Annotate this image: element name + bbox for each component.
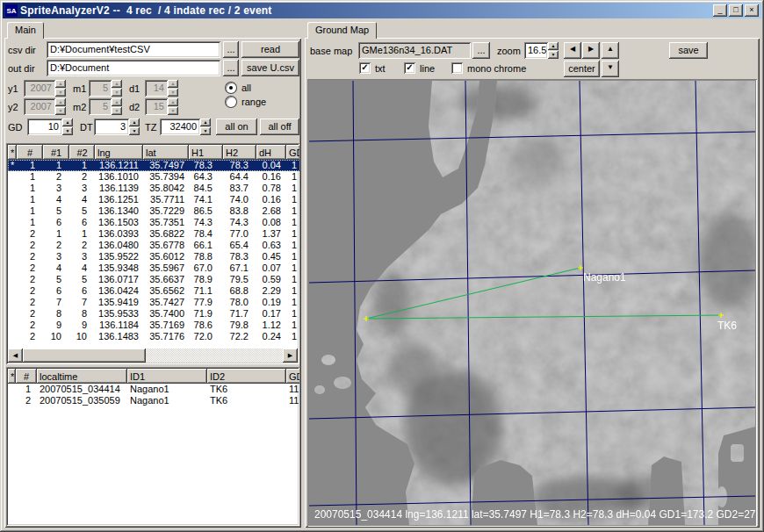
minimize-button[interactable]: _ — [713, 4, 727, 17]
spin-down-button[interactable]: ▼ — [129, 127, 140, 135]
spin-up-button[interactable]: ▲ — [55, 80, 66, 88]
column-header[interactable]: #1 — [43, 145, 69, 160]
column-header[interactable]: # — [16, 369, 37, 384]
spin-down-button[interactable]: ▼ — [112, 107, 122, 115]
spin-up-button[interactable]: ▲ — [200, 119, 211, 126]
spin-down-button[interactable]: ▼ — [55, 89, 66, 97]
read-button[interactable]: read — [241, 41, 299, 58]
record-hscrollbar[interactable]: ◀ ▶ — [8, 349, 298, 363]
column-header[interactable]: # — [17, 145, 43, 160]
spin-up-button[interactable]: ▲ — [62, 119, 73, 126]
gd-spinner[interactable]: ▲▼ — [62, 119, 73, 135]
all-on-button[interactable]: all on — [216, 119, 257, 135]
spin-up-button[interactable]: ▲ — [112, 98, 122, 106]
d2-field[interactable]: 15 — [145, 98, 168, 115]
d1-field[interactable]: 14 — [145, 80, 168, 97]
event-list[interactable]: *#localtimeID1ID2GD 120070515_034414Naga… — [6, 367, 299, 526]
table-row[interactable]: 155136.134035.722986.583.82.681 — [8, 205, 299, 217]
y1-spinner[interactable]: ▲▼ — [55, 80, 66, 97]
table-row[interactable]: 277135.941935.742777.978.00.191 — [8, 297, 299, 308]
base-map-browse-button[interactable]: ... — [472, 42, 490, 59]
close-button[interactable]: × — [745, 4, 759, 17]
scroll-right-icon[interactable]: ▶ — [283, 349, 298, 363]
scroll-thumb[interactable] — [23, 349, 146, 363]
column-header[interactable]: localtime — [37, 369, 127, 384]
column-header[interactable]: lat — [143, 145, 189, 160]
spin-down-button[interactable]: ▼ — [548, 51, 559, 59]
table-row[interactable]: 222136.048035.677866.165.40.631 — [8, 240, 299, 251]
all-off-button[interactable]: all off — [260, 119, 299, 135]
table-row[interactable]: 166136.150335.735174.374.30.081 — [8, 217, 299, 228]
save-ucsv-button[interactable]: save U.csv — [241, 60, 299, 76]
m1-spinner[interactable]: ▲▼ — [112, 80, 122, 97]
table-row[interactable]: 266136.042435.656271.168.82.291 — [8, 285, 299, 297]
column-header[interactable]: lng — [95, 145, 143, 160]
pan-right-icon[interactable]: ▶ — [582, 42, 600, 59]
y2-field[interactable]: 2007 — [24, 98, 55, 115]
spin-up-button[interactable]: ▲ — [129, 119, 140, 126]
csv-dir-input[interactable]: D:¥Document¥testCSV — [47, 41, 220, 58]
pan-down-icon[interactable]: ▼ — [602, 61, 619, 77]
dt-spinner[interactable]: ▲▼ — [129, 119, 140, 135]
table-row[interactable]: 211136.039335.682278.477.01.371 — [8, 228, 299, 240]
radio-range[interactable] — [226, 97, 236, 107]
tab-ground-map[interactable]: Ground Map — [307, 22, 377, 39]
ground-map[interactable]: Nagano1TK6 20070515_034414 lng=136.1211 … — [307, 79, 757, 527]
m1-field[interactable]: 5 — [89, 80, 112, 97]
table-row[interactable]: 255136.071735.663778.979.50.591 — [8, 274, 299, 285]
table-row[interactable]: 144136.125135.771174.174.00.161 — [8, 194, 299, 205]
out-dir-browse-button[interactable]: ... — [223, 60, 239, 76]
pan-left-icon[interactable]: ◀ — [564, 42, 581, 59]
line-checkbox[interactable]: ✓ — [404, 62, 415, 74]
y1-field[interactable]: 2007 — [24, 80, 55, 97]
zoom-spinner[interactable]: ▲▼ — [548, 42, 559, 59]
zoom-field[interactable]: 16.5 — [524, 42, 548, 59]
pan-up-icon[interactable]: ▲ — [602, 42, 619, 59]
table-row[interactable]: 299136.118435.716978.679.81.121 — [8, 320, 299, 331]
column-header[interactable]: H1 — [189, 145, 223, 160]
csv-dir-browse-button[interactable]: ... — [223, 41, 239, 58]
column-header[interactable]: H2 — [223, 145, 256, 160]
column-header[interactable]: dH — [256, 145, 286, 160]
table-row[interactable]: 244135.934835.596767.067.10.071 — [8, 262, 299, 274]
spin-up-button[interactable]: ▲ — [548, 42, 559, 50]
d2-spinner[interactable]: ▲▼ — [168, 98, 178, 115]
record-list[interactable]: *##1#2lnglatH1H2dHGD *111136.121135.7497… — [6, 143, 299, 364]
table-row[interactable]: *111136.121135.749778.378.30.041 — [8, 160, 299, 171]
column-header[interactable]: * — [8, 369, 16, 384]
spin-up-button[interactable]: ▲ — [55, 98, 66, 106]
column-header[interactable]: ID2 — [207, 369, 286, 384]
m2-field[interactable]: 5 — [89, 98, 112, 115]
dt-field[interactable]: 3 — [94, 119, 129, 135]
tab-main[interactable]: Main — [7, 22, 44, 39]
y2-spinner[interactable]: ▲▼ — [55, 98, 66, 115]
spin-up-button[interactable]: ▲ — [168, 80, 178, 88]
center-button[interactable]: center — [564, 61, 600, 77]
spin-down-button[interactable]: ▼ — [168, 107, 178, 115]
spin-down-button[interactable]: ▼ — [200, 127, 211, 135]
table-row[interactable]: 133136.113935.804284.583.70.781 — [8, 183, 299, 194]
title-bar[interactable]: SA SpriteAnalyzerV2 -- 4 rec / 4 indate … — [3, 3, 761, 18]
m2-spinner[interactable]: ▲▼ — [112, 98, 122, 115]
column-header[interactable]: GD — [286, 145, 299, 160]
txt-checkbox[interactable]: ✓ — [359, 62, 371, 74]
table-row[interactable]: 220070515_035059Nagano1TK611 — [8, 395, 299, 406]
base-map-input[interactable]: GMe136n34_16.DAT — [358, 42, 471, 59]
spin-down-button[interactable]: ▼ — [112, 89, 122, 97]
table-row[interactable]: 288135.953335.740071.971.70.171 — [8, 308, 299, 320]
table-row[interactable]: 122136.101035.739464.364.40.161 — [8, 171, 299, 183]
column-header[interactable]: #2 — [69, 145, 95, 160]
maximize-button[interactable]: □ — [729, 4, 743, 17]
spin-down-button[interactable]: ▼ — [55, 107, 66, 115]
spin-up-button[interactable]: ▲ — [112, 80, 122, 88]
tz-spinner[interactable]: ▲▼ — [200, 119, 211, 135]
d1-spinner[interactable]: ▲▼ — [168, 80, 178, 97]
table-row[interactable]: 21010136.148335.717672.072.20.241 — [8, 331, 299, 342]
column-header[interactable]: ID1 — [127, 369, 207, 384]
table-row[interactable]: 120070515_034414Nagano1TK611 — [8, 384, 299, 395]
radio-all[interactable] — [226, 83, 236, 93]
column-header[interactable]: * — [8, 145, 17, 160]
table-row[interactable]: 233135.952235.601278.878.30.451 — [8, 251, 299, 262]
spin-down-button[interactable]: ▼ — [62, 127, 73, 135]
mono-chrome-checkbox[interactable] — [451, 62, 463, 74]
